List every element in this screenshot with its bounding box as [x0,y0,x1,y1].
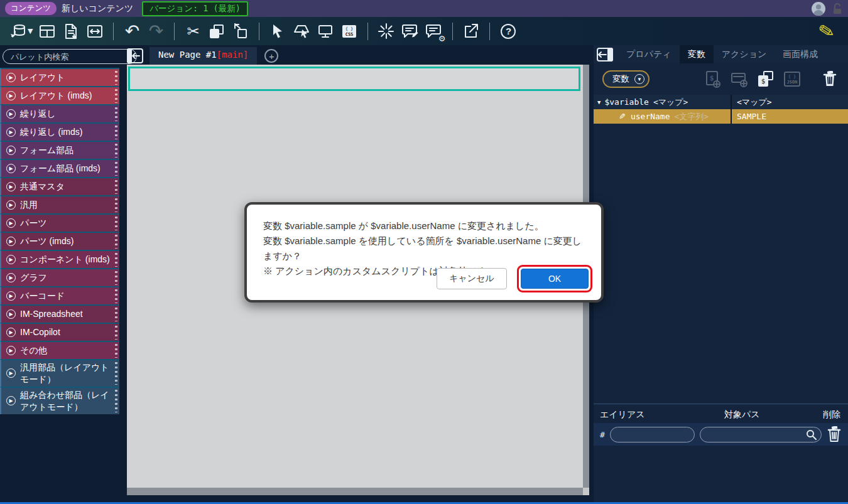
variable-child-name: userName [631,112,670,121]
open-external-button[interactable] [459,20,483,43]
expand-play-icon: ▶ [6,146,16,155]
palette-category-item[interactable]: ▶ 繰り返し (imds) [0,122,119,141]
palette-search-input[interactable] [3,49,137,64]
pick-element-button[interactable] [290,20,313,43]
select-cursor-button[interactable] [266,20,290,43]
cancel-button[interactable]: キャンセル [437,268,507,289]
add-page-button[interactable]: + [264,49,278,63]
tab-screen-structure[interactable]: 画面構成 [775,45,826,63]
resize-width-button[interactable] [83,20,107,43]
variable-child-value: SAMPLE [731,109,848,124]
palette-category-label: フォーム部品 [20,144,73,156]
selected-header-element[interactable] [128,67,580,91]
drag-handle[interactable] [115,107,117,121]
palette-category-item[interactable]: ▶ 共通マスタ [0,177,119,195]
palette-category-item[interactable]: ▶ 組み合わせ部品（レイアウトモード） [0,387,119,414]
drag-handle[interactable] [115,326,117,340]
palette-category-item[interactable]: ▶ レイアウト [0,68,119,86]
layout-settings-button[interactable] [35,20,59,43]
palette-category-label: 繰り返し (imds) [20,126,82,138]
help-button[interactable]: ? [496,20,520,43]
export-file-button[interactable] [59,20,83,43]
palette-category-item[interactable]: ▶ IM-Spreadsheet [0,304,119,323]
page-tab-bar: New Page #1[main] + [127,47,278,65]
alias-input[interactable] [610,427,695,442]
user-avatar[interactable] [812,2,825,16]
css-editor-button[interactable]: { } CSS [337,20,361,43]
tab-actions[interactable]: アクション [714,45,775,63]
target-path-header: 対象パス [724,409,818,421]
unlock-icon[interactable] [832,3,843,15]
drag-handle[interactable] [115,71,117,85]
palette-category-item[interactable]: ▶ レイアウト (imds) [0,86,119,104]
variable-child-row-selected[interactable]: ✎ userName <文字列> SAMPLE [594,109,848,124]
edit-variable-pencil-icon[interactable]: ✎ [619,112,626,121]
toolbar-divider [259,23,259,40]
drag-handle[interactable] [115,344,117,358]
preview-monitor-button[interactable] [313,20,337,43]
toolbar-divider [174,23,175,40]
palette-category-item[interactable]: ▶ フォーム部品 [0,141,119,159]
refresh-burst-button[interactable] [374,20,398,43]
content-type-badge: コンテンツ [5,2,57,15]
tab-properties[interactable]: プロパティ [618,45,680,63]
comment-edit-button[interactable] [398,20,422,43]
target-path-input[interactable] [700,427,822,442]
palette-category-item[interactable]: ▶ グラフ [0,268,119,286]
delete-alias-button[interactable] [827,426,842,442]
palette-category-item[interactable]: ▶ その他 [0,341,119,359]
alias-header: エイリアス [600,409,724,421]
palette-category-item[interactable]: ▶ 汎用部品（レイアウトモード） [0,359,119,387]
palette-category-item[interactable]: ▶ パーツ [0,213,119,232]
collapse-panel-icon[interactable] [597,48,613,62]
palette-category-label: IM-Copilot [20,326,60,338]
search-icon[interactable] [806,429,817,440]
palette-category-item[interactable]: ▶ パーツ (imds) [0,232,119,250]
palette-category-item[interactable]: ▶ IM-Copilot [0,323,119,341]
variable-scope-dropdown[interactable]: 変数 ▼ [602,70,650,88]
drag-handle[interactable] [115,144,117,158]
drag-handle[interactable] [115,271,117,285]
drag-handle[interactable] [115,89,117,103]
paste-button[interactable] [229,20,253,43]
drag-handle[interactable] [115,308,117,321]
drag-handle[interactable] [115,235,117,249]
palette-category-label: IM-Spreadsheet [20,308,83,320]
expand-play-icon: ▶ [6,368,16,378]
palette-category-item[interactable]: ▶ コンポーネント (imds) [0,250,119,268]
canvas-horizontal-scrollbar[interactable] [127,488,583,495]
collapse-pages-icon[interactable] [127,48,143,63]
cut-button[interactable]: ✂ [181,20,205,43]
palette-category-item[interactable]: ▶ フォーム部品 (imds) [0,159,119,177]
ok-button[interactable]: OK [521,269,589,289]
drag-handle[interactable] [115,253,117,267]
palette-category-item[interactable]: ▶ 繰り返し [0,104,119,122]
drag-handle[interactable] [115,289,117,303]
edit-mode-pencil-icon[interactable]: ✎ [816,19,836,43]
right-panel-tabs: プロパティ 変数 アクション 画面構成 [594,45,848,63]
page-tab-main-tag: [main] [217,50,249,60]
drag-handle[interactable] [115,217,117,230]
delete-variable-button[interactable] [820,69,839,89]
save-content-button[interactable] [6,20,30,43]
page-tab[interactable]: New Page #1[main] [149,47,257,65]
copy-variable-button[interactable]: $ [756,69,775,89]
drag-handle[interactable] [115,362,117,385]
palette-category-item[interactable]: ▶ 汎用 [0,195,119,213]
palette-category-label: パーツ [20,217,47,229]
drag-handle[interactable] [115,180,117,194]
palette-category-label: 汎用 [20,199,38,211]
annotation-highlight-ring: OK [517,265,592,292]
undo-button[interactable]: ↶ [120,20,144,43]
drag-handle[interactable] [115,162,117,176]
tab-variables[interactable]: 変数 [680,45,714,63]
drag-handle[interactable] [115,126,117,139]
tree-expand-caret-icon[interactable]: ▼ [597,99,601,105]
variable-root-row[interactable]: ▼ $variable <マップ> <マップ> [594,95,848,109]
copy-button[interactable] [205,20,229,43]
drag-handle[interactable] [115,198,117,212]
comment-settings-button[interactable]: ⚙ [422,20,446,43]
palette-category-item[interactable]: ▶ バーコード [0,286,119,304]
expand-play-icon: ▶ [6,218,16,228]
drag-handle[interactable] [115,390,117,412]
